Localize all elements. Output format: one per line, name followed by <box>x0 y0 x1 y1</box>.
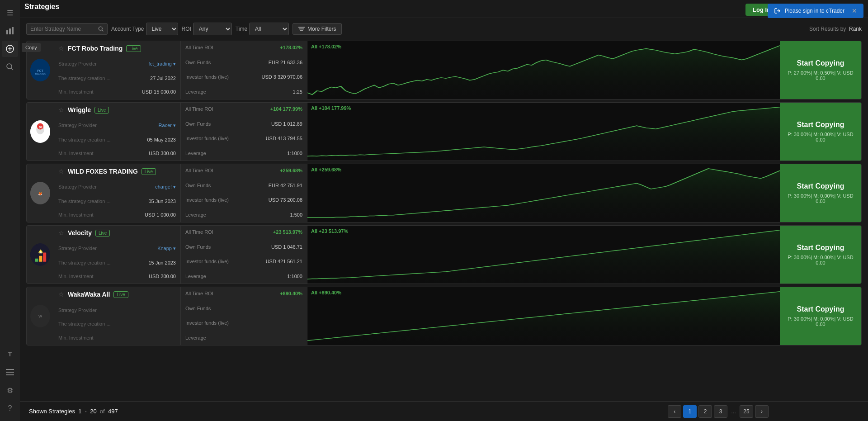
start-copying-params-fct: P: 27.00%| M: 0.50%| V: USD 0.00 <box>783 70 858 81</box>
pagination-label: Shown Strategies 1 - 20 of 497 <box>29 408 118 415</box>
favorite-star-wriggle[interactable]: ☆ <box>58 106 64 114</box>
pagination-page-3[interactable]: 3 <box>714 405 727 418</box>
copy-tooltip: Copy <box>22 43 41 52</box>
strategy-card-fct: FCT TRADING ☆ FCT Robo Trading Live Stra… <box>26 41 862 99</box>
own-funds-label-fct: Own Funds <box>185 60 211 65</box>
pagination-bar: Shown Strategies 1 - 20 of 497 ‹ 1 2 3 .… <box>20 401 868 421</box>
card-stats-wriggle: All Time ROI +104 177.99% Own Funds USD … <box>180 103 307 161</box>
filter-icon <box>298 27 305 31</box>
min-investment-value-wild: USD 1 000.00 <box>145 212 176 218</box>
chart-wild: All +259.68% <box>307 164 780 222</box>
roi-value-waka: +890.40% <box>280 291 302 296</box>
provider-value-wriggle[interactable]: Racer ▾ <box>159 123 176 128</box>
account-type-select[interactable]: Live Demo <box>146 23 178 35</box>
creation-label-velocity: The strategy creation ... <box>58 260 111 265</box>
start-copying-params-waka: P: 30.00%| M: 0.00%| V: USD 0.00 <box>783 316 858 327</box>
sidebar: ☰ T ⚙ ? <box>0 0 20 421</box>
pagination-prev[interactable]: ‹ <box>668 405 681 418</box>
roi-select[interactable]: Any Positive Negative <box>193 23 232 35</box>
start-copying-button-waka[interactable]: Start Copying P: 30.00%| M: 0.00%| V: US… <box>780 287 861 345</box>
pagination-page-1[interactable]: 1 <box>683 405 697 418</box>
signin-notification: Please sign in to cTrader ✕ <box>768 4 863 18</box>
account-type-filter: Account Type Live Demo <box>111 23 178 35</box>
roi-value-velocity: +23 513.97% <box>273 229 302 235</box>
live-badge-waka: Live <box>113 291 128 298</box>
sidebar-icon-copy[interactable] <box>2 41 18 57</box>
card-info-wild: ☆ WILD FOXES TRADING Live Strategy Provi… <box>54 164 180 222</box>
own-funds-label-velocity: Own Funds <box>185 244 211 250</box>
strategy-name-wriggle: Wriggle <box>68 106 91 114</box>
sidebar-icon-settings[interactable]: ⚙ <box>2 382 18 398</box>
min-investment-value-wriggle: USD 300.00 <box>149 151 176 156</box>
sort-label: Sort Results by Rank <box>809 26 862 32</box>
start-copying-button-fct[interactable]: Start Copying P: 27.00%| M: 0.50%| V: US… <box>780 41 861 99</box>
chart-roi-velocity: All +23 513.97% <box>311 228 348 234</box>
sidebar-icon-help[interactable]: ? <box>2 400 18 416</box>
signin-close-button[interactable]: ✕ <box>852 7 857 14</box>
topbar: Strategies Log In <box>20 0 868 18</box>
start-copying-title-fct: Start Copying <box>797 59 844 67</box>
time-filter: Time All 1 Month 3 Months 1 Year <box>236 23 289 35</box>
investor-funds-label-wild: Investor funds (live) <box>185 197 229 203</box>
card-stats-wild: All Time ROI +259.68% Own Funds EUR 42 7… <box>180 164 307 222</box>
svg-text:FCT: FCT <box>37 69 43 72</box>
investor-funds-value-wriggle: USD 413 794.55 <box>266 136 302 141</box>
roi-label: ROI <box>182 26 191 32</box>
start-copying-button-wriggle[interactable]: Start Copying P: 30.00%| M: 0.00%| V: US… <box>780 103 861 161</box>
pagination-next[interactable]: › <box>755 405 769 418</box>
start-copying-params-wriggle: P: 30.00%| M: 0.00%| V: USD 0.00 <box>783 132 858 142</box>
live-badge-wriggle: Live <box>94 107 109 114</box>
sidebar-icon-search[interactable] <box>2 59 18 75</box>
start-copying-button-wild[interactable]: Start Copying P: 30.00%| M: 0.00%| V: US… <box>780 164 861 222</box>
start-copying-params-wild: P: 30.00%| M: 0.00%| V: USD 0.00 <box>783 193 858 204</box>
chart-fct: All +178.02% <box>307 41 780 99</box>
strategy-search-input[interactable] <box>26 23 108 35</box>
pagination-page-2[interactable]: 2 <box>698 405 712 418</box>
svg-marker-28 <box>307 292 780 345</box>
page-title: Strategies <box>24 3 59 11</box>
chart-wriggle: All +104 177.99% <box>307 103 780 161</box>
card-stats-waka: All Time ROI +890.40% Own Funds Investor… <box>180 287 307 345</box>
svg-rect-1 <box>9 28 11 34</box>
investor-funds-value-velocity: USD 421 561.21 <box>266 259 302 264</box>
sidebar-icon-list[interactable] <box>2 364 18 380</box>
roi-label-wriggle: All Time ROI <box>185 106 213 112</box>
live-badge-velocity: Live <box>95 230 110 237</box>
favorite-star-waka[interactable]: ☆ <box>58 291 64 298</box>
svg-marker-12 <box>307 46 780 99</box>
start-copying-button-velocity[interactable]: Start Copying P: 30.00%| M: 0.00%| V: US… <box>780 226 861 284</box>
favorite-star-velocity[interactable]: ☆ <box>58 229 64 237</box>
pagination-page-25[interactable]: 25 <box>740 405 753 418</box>
strategy-name-velocity: Velocity <box>68 229 92 237</box>
favorite-star-wild[interactable]: ☆ <box>58 168 64 175</box>
strategy-name-fct: FCT Robo Trading <box>68 45 123 52</box>
investor-funds-label-fct: Investor funds (live) <box>185 74 229 80</box>
strategy-card-velocity: ☆ Velocity Live Strategy Provider Knapp … <box>26 225 862 284</box>
own-funds-value-velocity: USD 1 046.71 <box>271 244 302 250</box>
account-type-label: Account Type <box>111 26 144 32</box>
strategy-card-wild: 🦊 ☆ WILD FOXES TRADING Live Strategy Pro… <box>26 164 862 222</box>
provider-value-fct[interactable]: fct_trading ▾ <box>149 61 176 67</box>
start-copying-title-waka: Start Copying <box>797 305 844 313</box>
strategy-name-waka: WakaWaka All <box>68 291 110 298</box>
time-select[interactable]: All 1 Month 3 Months 1 Year <box>249 23 289 35</box>
strategy-name-field[interactable] <box>30 26 95 32</box>
svg-rect-22 <box>35 259 38 262</box>
provider-value-velocity[interactable]: Knapp ▾ <box>157 246 176 251</box>
favorite-star-fct[interactable]: ☆ <box>58 45 64 52</box>
more-filters-button[interactable]: More Filters <box>292 23 342 35</box>
card-info-velocity: ☆ Velocity Live Strategy Provider Knapp … <box>54 226 180 284</box>
sidebar-icon-text[interactable]: T <box>2 346 18 362</box>
creation-date-fct: 27 Jul 2022 <box>150 76 176 81</box>
creation-label-fct: The strategy creation ... <box>58 76 111 81</box>
investor-funds-label-wriggle: Investor funds (live) <box>185 136 229 141</box>
own-funds-value-fct: EUR 21 633.36 <box>269 60 302 65</box>
svg-text:TRADING: TRADING <box>35 73 46 76</box>
sidebar-icon-menu[interactable]: ☰ <box>2 5 18 21</box>
sidebar-icon-chart[interactable] <box>2 23 18 39</box>
strategy-card-wriggle: 🏍 ☆ Wriggle Live Strategy Provider Racer… <box>26 102 862 161</box>
provider-label-wild: Strategy Provider <box>58 184 97 190</box>
provider-value-wild[interactable]: charge! ▾ <box>155 184 176 190</box>
start-copying-title-wriggle: Start Copying <box>797 121 844 129</box>
provider-label-fct: Strategy Provider <box>58 61 97 67</box>
